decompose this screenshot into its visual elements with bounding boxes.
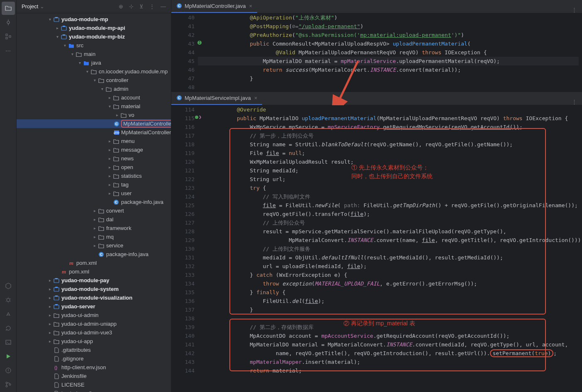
tab-controller[interactable]: C MpMaterialController.java × bbox=[171, 0, 257, 13]
svg-rect-2 bbox=[6, 37, 7, 39]
tree-item[interactable]: ▸yudao-server bbox=[17, 302, 171, 311]
tree-item[interactable]: ▸statistics bbox=[17, 172, 171, 180]
svg-text:I: I bbox=[199, 41, 201, 45]
tabbar-top: C MpMaterialController.java × ⋮ bbox=[171, 0, 582, 13]
structure-tool-btn[interactable] bbox=[2, 30, 15, 43]
tab-service-impl[interactable]: C MpMaterialServiceImpl.java × bbox=[171, 92, 262, 105]
hide-icon[interactable]: — bbox=[161, 3, 166, 10]
svg-point-4 bbox=[7, 298, 10, 302]
svg-point-8 bbox=[6, 385, 7, 387]
project-tool-btn[interactable] bbox=[2, 2, 15, 15]
tab-more-icon[interactable]: ⋮ bbox=[567, 99, 582, 105]
svg-text:C: C bbox=[100, 252, 103, 256]
svg-rect-14 bbox=[61, 35, 66, 39]
svg-point-40 bbox=[195, 116, 198, 119]
close-icon[interactable]: × bbox=[254, 95, 258, 101]
tree-item[interactable]: Cpackage-info.java bbox=[17, 250, 171, 259]
svg-rect-11 bbox=[55, 17, 58, 18]
svg-text:C: C bbox=[115, 200, 118, 204]
tree-item[interactable]: ▸convert bbox=[17, 206, 171, 215]
tabbar-bottom: C MpMaterialServiceImpl.java × ⋮ bbox=[171, 92, 582, 105]
tree-item[interactable]: ▾admin bbox=[17, 85, 171, 93]
terminal-tool-btn[interactable] bbox=[2, 336, 15, 349]
svg-rect-13 bbox=[63, 26, 65, 27]
svg-rect-28 bbox=[54, 296, 59, 300]
tree-item[interactable]: ▾yudao-module-mp bbox=[17, 15, 171, 24]
editor-pane-bottom: C MpMaterialServiceImpl.java × ⋮ 1141151… bbox=[171, 92, 582, 392]
svg-rect-27 bbox=[55, 287, 58, 288]
tree-item[interactable]: LICENSE bbox=[17, 380, 171, 389]
tree-item[interactable]: ▾cn.iocoder.yudao.module.mp bbox=[17, 67, 171, 76]
tree-item[interactable]: .gitignore bbox=[17, 354, 171, 363]
svg-rect-15 bbox=[63, 34, 65, 36]
tree-item[interactable]: ▸vo bbox=[17, 111, 171, 119]
tree-item[interactable]: mpom.xml bbox=[17, 267, 171, 276]
close-icon[interactable]: × bbox=[249, 3, 252, 9]
code-area-top[interactable]: 40414243I4445464748 @ApiOperation("上传永久素… bbox=[171, 13, 582, 92]
tree-item[interactable]: ▸account bbox=[17, 93, 171, 102]
debug-tool-btn[interactable] bbox=[2, 293, 15, 307]
tree-item[interactable]: ▸user bbox=[17, 189, 171, 198]
settings-icon[interactable]: ⋮ bbox=[149, 3, 155, 10]
tree-item[interactable]: ▸service bbox=[17, 241, 171, 250]
tree-item[interactable]: ▸yudao-ui-admin-vue3 bbox=[17, 328, 171, 337]
tree-item[interactable]: CMpMaterialController bbox=[17, 119, 171, 128]
tree-item[interactable]: ▸yudao-module-visualization bbox=[17, 293, 171, 302]
svg-rect-3 bbox=[9, 36, 11, 37]
tree-item[interactable]: ▸yudao-ui-admin bbox=[17, 311, 171, 319]
svg-point-7 bbox=[6, 382, 7, 384]
tree-item[interactable]: ▸yudao-module-system bbox=[17, 285, 171, 293]
tree-item[interactable]: ▸open bbox=[17, 163, 171, 172]
tree-item[interactable]: ▸yudao-ui-admin-uniapp bbox=[17, 319, 171, 328]
tree-item[interactable]: Jenkinsfile bbox=[17, 372, 171, 380]
vcs-tool-btn[interactable] bbox=[2, 378, 15, 391]
select-opened-icon[interactable]: ⊕ bbox=[119, 3, 123, 10]
expand-all-icon[interactable]: ⊹ bbox=[129, 3, 134, 10]
tree-item[interactable]: ▾material bbox=[17, 102, 171, 111]
svg-rect-30 bbox=[54, 305, 59, 309]
project-tree[interactable]: ▾yudao-module-mp▸yudao-module-mp-api▾yud… bbox=[17, 13, 171, 392]
tree-item[interactable]: ▾java bbox=[17, 58, 171, 67]
tree-item[interactable]: mpom.xml bbox=[17, 259, 171, 267]
chevron-down-icon[interactable]: ⌄ bbox=[40, 3, 44, 10]
svg-point-0 bbox=[7, 21, 10, 24]
collapse-all-icon[interactable]: ⊻ bbox=[139, 3, 144, 10]
code-area-bottom[interactable]: 1141151161171181191201211221231241251261… bbox=[171, 105, 582, 392]
tree-item[interactable]: ▾controller bbox=[17, 76, 171, 85]
tree-item[interactable]: ▾main bbox=[17, 50, 171, 58]
build-tool-btn[interactable] bbox=[2, 307, 15, 321]
svg-rect-1 bbox=[6, 34, 7, 36]
tree-item[interactable]: ▸menu bbox=[17, 137, 171, 145]
tree-item[interactable]: Cpackage-info.java bbox=[17, 198, 171, 206]
tree-item[interactable]: ▸framework bbox=[17, 224, 171, 232]
svg-text:{}: {} bbox=[54, 365, 58, 370]
tree-item[interactable]: ▸mq bbox=[17, 232, 171, 241]
svg-rect-26 bbox=[54, 288, 59, 291]
tab-more-icon[interactable]: ⋮ bbox=[567, 7, 582, 13]
tree-item[interactable]: ▸yudao-ui-app bbox=[17, 337, 171, 346]
svg-point-9 bbox=[9, 384, 11, 385]
tree-item[interactable]: ▸yudao-module-mp-api bbox=[17, 24, 171, 32]
project-title[interactable]: Project bbox=[22, 3, 38, 10]
tree-item[interactable]: ▾yudao-module-mp-biz bbox=[17, 32, 171, 41]
tree-item[interactable]: ▸tag bbox=[17, 180, 171, 189]
tree-item[interactable]: lombok.config bbox=[17, 389, 171, 392]
more-tool-btn[interactable]: ⋯ bbox=[2, 44, 15, 57]
problems-tool-btn[interactable] bbox=[2, 364, 15, 377]
tree-item[interactable]: {}http-client.env.json bbox=[17, 363, 171, 372]
tree-item[interactable]: HTTPMpMaterialController.http bbox=[17, 128, 171, 137]
refresh-tool-btn[interactable] bbox=[2, 322, 15, 335]
hex-tool-btn[interactable] bbox=[2, 279, 15, 293]
tab-label: MpMaterialServiceImpl.java bbox=[185, 95, 251, 101]
tree-item[interactable]: ▸yudao-module-pay bbox=[17, 276, 171, 285]
tree-item[interactable]: .gitattributes bbox=[17, 346, 171, 354]
svg-text:C: C bbox=[115, 122, 118, 126]
tree-item[interactable]: ▾src bbox=[17, 41, 171, 50]
tree-item[interactable]: ▸dal bbox=[17, 215, 171, 224]
tree-item[interactable]: ▸message bbox=[17, 145, 171, 154]
svg-rect-29 bbox=[55, 295, 58, 297]
commit-tool-btn[interactable] bbox=[2, 16, 15, 29]
tree-item[interactable]: ▸news bbox=[17, 154, 171, 163]
editors-area: C MpMaterialController.java × ⋮ 40414243… bbox=[171, 0, 582, 392]
run-tool-btn[interactable] bbox=[2, 350, 15, 363]
